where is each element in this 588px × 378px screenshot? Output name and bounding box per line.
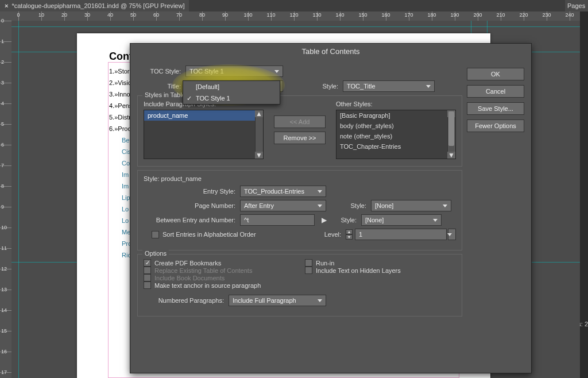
checkbox-icon <box>144 274 151 281</box>
chevron-down-icon <box>432 217 439 223</box>
numbered-para-select[interactable]: Include Full Paragraph <box>229 295 326 306</box>
include-styles-listbox[interactable]: product_name ▲ ▼ <box>144 110 264 159</box>
cancel-button[interactable]: Cancel <box>467 85 524 98</box>
list-item[interactable]: product_name <box>144 110 263 121</box>
add-style-button[interactable]: << Add <box>274 115 326 128</box>
toc-style-select[interactable]: TOC Style 1 <box>185 65 283 77</box>
between-input[interactable]: ^t <box>240 214 315 226</box>
replace-existing-checkbox: Replace Existing Table of Contents <box>144 267 295 274</box>
options-section: Options ✓Create PDF Bookmarks Replace Ex… <box>137 254 462 317</box>
list-item[interactable]: note (other_styles) <box>336 131 455 141</box>
title-label: Title: <box>137 83 181 90</box>
toc-style-value: TOC Style 1 <box>189 68 224 75</box>
chevron-down-icon <box>316 202 323 209</box>
title-style-value: TOC_Title <box>347 83 376 90</box>
page-number-select[interactable]: After Entry <box>240 200 326 211</box>
scroll-down-icon[interactable]: ▼ <box>255 152 263 159</box>
include-book-checkbox: Include Book Documents <box>144 274 295 281</box>
ok-button[interactable]: OK <box>467 68 524 80</box>
page-number-style-value: [None] <box>375 202 393 209</box>
dialog-title: Table of Contents <box>130 44 531 61</box>
sort-entries-checkbox[interactable]: Sort Entries in Alphabetical Order <box>152 231 256 238</box>
pages-panel-tab[interactable]: Pages <box>565 0 588 11</box>
between-style-value: [None] <box>365 217 384 223</box>
scroll-up-icon[interactable]: ▲ <box>255 110 263 117</box>
document-tab-title: *catalogue-duepipharma_201601.indd @ 75%… <box>11 2 184 9</box>
sort-entries-label: Sort Entries in Alphabetical Order <box>163 231 256 238</box>
save-style-button[interactable]: Save Style... <box>467 102 524 115</box>
checkbox-icon <box>305 267 312 274</box>
title-style-select[interactable]: TOC_Title <box>343 80 435 92</box>
numbered-para-label: Numbered Paragraphs: <box>144 297 224 304</box>
styles-section: Styles in Table of Contents Include Para… <box>137 95 462 167</box>
page-number-label: Page Number: <box>144 202 235 209</box>
checkbox-icon <box>305 259 312 267</box>
hidden-layers-checkbox[interactable]: Include Text on Hidden Layers <box>305 267 456 274</box>
entry-section: Style: product_name Entry Style: TOC_Pro… <box>137 170 462 250</box>
horizontal-ruler[interactable]: 0102030405060708090100110120130140150160… <box>11 11 580 21</box>
chevron-down-icon <box>442 202 448 209</box>
list-item[interactable]: body (other_styles) <box>336 121 455 131</box>
toc-style-dropdown[interactable]: [Default] TOC Style 1 <box>183 80 280 105</box>
run-in-label: Run-in <box>316 260 334 267</box>
dropdown-item[interactable]: TOC Style 1 <box>183 92 280 104</box>
page-number-style-select[interactable]: [None] <box>371 200 451 211</box>
scroll-thumb[interactable] <box>448 111 454 146</box>
level-label: Level: <box>318 231 341 238</box>
stepper-up-icon[interactable]: ▲ <box>346 229 353 234</box>
checkbox-icon: ✓ <box>144 259 151 267</box>
between-style-select[interactable]: [None] <box>361 214 442 226</box>
page-number-style-label: Style: <box>343 202 366 209</box>
page-number-value: After Entry <box>244 202 274 209</box>
text-anchor-checkbox[interactable]: Make text anchor in source paragraph <box>144 281 295 289</box>
entry-style-select[interactable]: TOC_Product-Entries <box>240 186 326 197</box>
chevron-down-icon <box>273 68 280 75</box>
between-label: Between Entry and Number: <box>144 217 235 223</box>
numbered-para-value: Include Full Paragraph <box>233 297 296 304</box>
toc-style-label: TOC Style: <box>137 68 181 75</box>
document-tab[interactable]: × *catalogue-duepipharma_201601.indd @ 7… <box>0 0 189 11</box>
tab-bar: × *catalogue-duepipharma_201601.indd @ 7… <box>0 0 588 11</box>
checkbox-icon <box>144 281 151 289</box>
level-value[interactable]: 1 <box>355 229 447 240</box>
level-stepper[interactable]: ▲▼ 1 <box>346 229 456 240</box>
entry-style-value: TOC_Product-Entries <box>244 188 304 195</box>
special-char-menu-icon[interactable]: ▶ <box>319 216 329 224</box>
scrollbar[interactable]: ▲ ▼ <box>447 110 455 159</box>
between-style-label: Style: <box>334 217 357 223</box>
other-styles-label: Other Styles: <box>336 101 456 107</box>
include-book-label: Include Book Documents <box>154 275 225 281</box>
close-tab-icon[interactable]: × <box>5 2 8 9</box>
hidden-layers-label: Include Text on Hidden Layers <box>316 267 401 274</box>
list-item[interactable]: [Basic Paragraph] <box>336 110 455 121</box>
text-anchor-label: Make text anchor in source paragraph <box>154 282 261 289</box>
dropdown-item[interactable]: [Default] <box>183 81 280 92</box>
run-in-checkbox[interactable]: Run-in <box>305 259 456 267</box>
vertical-ruler[interactable]: 01234567891011121314151617 <box>0 11 11 378</box>
title-style-label: Style: <box>315 83 338 90</box>
fewer-options-button[interactable]: Fewer Options <box>467 119 524 132</box>
other-styles-listbox[interactable]: [Basic Paragraph]body (other_styles)note… <box>336 110 456 159</box>
chevron-down-icon <box>316 297 323 304</box>
create-pdf-bookmarks-label: Create PDF Bookmarks <box>154 260 221 267</box>
scrollbar[interactable]: ▲ ▼ <box>255 110 263 159</box>
scroll-down-icon[interactable]: ▼ <box>447 152 455 159</box>
options-section-legend: Options <box>142 250 169 257</box>
checkbox-icon <box>152 231 159 238</box>
replace-existing-label: Replace Existing Table of Contents <box>154 267 252 274</box>
checkbox-icon <box>144 267 151 274</box>
remove-style-button[interactable]: Remove >> <box>274 132 326 144</box>
list-item[interactable]: TOC_Chapter-Entries <box>336 141 455 152</box>
chevron-down-icon <box>425 83 432 90</box>
chevron-down-icon <box>446 231 453 238</box>
chevron-down-icon <box>316 188 323 195</box>
entry-style-heading: Style: product_name <box>144 175 456 182</box>
pages-panel-title: Pages <box>567 2 585 9</box>
create-pdf-bookmarks-checkbox[interactable]: ✓Create PDF Bookmarks <box>144 259 295 267</box>
stepper-down-icon[interactable]: ▼ <box>346 234 353 240</box>
entry-style-label: Entry Style: <box>144 188 235 195</box>
